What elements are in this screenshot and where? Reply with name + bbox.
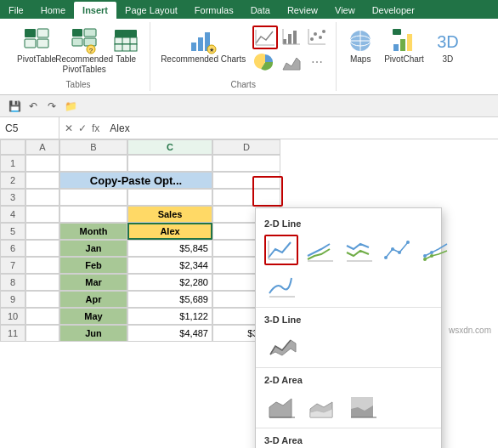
formula-icons: ✕ ✓ fx (59, 122, 105, 134)
tab-file[interactable]: File (0, 2, 32, 19)
svg-text:⋯: ⋯ (311, 55, 323, 69)
scatter-chart-button[interactable] (305, 26, 329, 49)
cell-b4[interactable] (59, 206, 127, 223)
cell-a10[interactable] (25, 308, 59, 325)
svg-rect-26 (293, 31, 297, 44)
cell-a1[interactable] (25, 155, 59, 172)
save-button[interactable]: 💾 (7, 99, 22, 114)
cell-c1[interactable] (127, 155, 212, 172)
cell-a5[interactable] (25, 223, 59, 240)
cell-reference[interactable]: C5 (0, 117, 59, 139)
cell-c11[interactable]: $4,487 (127, 325, 212, 342)
line-markers-stacked-chart-item[interactable] (421, 235, 455, 265)
redo-button[interactable]: ↷ (44, 99, 59, 114)
undo-button[interactable]: ↶ (25, 99, 41, 114)
tab-home[interactable]: Home (32, 2, 74, 19)
line-stacked-chart-item[interactable] (303, 235, 337, 265)
folder-button[interactable]: 📁 (63, 99, 78, 114)
line-3d-chart-item[interactable] (264, 331, 300, 361)
svg-point-53 (406, 241, 410, 244)
3d-map-button[interactable]: 3D 3D (431, 26, 465, 66)
line-simple-chart-item[interactable] (264, 235, 298, 265)
tab-developer[interactable]: Developer (364, 2, 423, 19)
tab-page-layout[interactable]: Page Layout (116, 2, 186, 19)
cell-a2[interactable] (25, 172, 59, 189)
col-header-c[interactable]: C (127, 139, 212, 155)
cell-c8[interactable]: $2,280 (127, 274, 212, 291)
maps-button[interactable]: Maps (343, 26, 377, 66)
divider-1 (256, 307, 441, 308)
cell-c4[interactable]: Sales (127, 206, 212, 223)
line-markers-chart-item[interactable] (382, 235, 416, 265)
svg-point-55 (430, 251, 433, 254)
svg-point-30 (314, 32, 317, 36)
cell-a6[interactable] (25, 240, 59, 257)
cell-b9[interactable]: Apr (59, 291, 127, 308)
chart-button-highlight (252, 176, 283, 207)
svg-rect-5 (84, 29, 96, 37)
tab-view[interactable]: View (326, 2, 364, 19)
table-icon (112, 27, 139, 54)
area-stacked-chart-item[interactable] (305, 391, 341, 422)
tables-items: PivotTable ? Recommended P (14, 22, 143, 80)
cancel-formula-icon[interactable]: ✕ (63, 122, 75, 134)
pivotchart-icon (391, 27, 418, 54)
row-header-5: 5 (0, 223, 25, 240)
maps-label: Maps (350, 54, 371, 65)
col-header-d[interactable]: D (212, 139, 280, 155)
pivotchart-button[interactable]: PivotChart (381, 26, 427, 66)
cell-b2[interactable]: Copy-Paste Opt... (59, 172, 212, 189)
row-header-4: 4 (0, 206, 25, 223)
insert-function-icon[interactable]: fx (90, 122, 101, 134)
pivottable-button[interactable]: PivotTable (14, 26, 59, 66)
row-header-11: 11 (0, 325, 25, 342)
cell-a7[interactable] (25, 257, 59, 274)
cell-a11[interactable] (25, 325, 59, 342)
col-header-a[interactable]: A (25, 139, 59, 155)
cell-b6[interactable]: Jan (59, 240, 127, 257)
cell-c7[interactable]: $2,344 (127, 257, 212, 274)
divider-3 (256, 428, 441, 428)
cell-c10[interactable]: $1,122 (127, 308, 212, 325)
tab-insert[interactable]: Insert (74, 2, 116, 19)
cell-b11[interactable]: Jun (59, 325, 127, 342)
line-100-chart-item[interactable] (342, 235, 376, 265)
svg-rect-42 (400, 39, 405, 51)
tab-review[interactable]: Review (279, 2, 326, 19)
tab-formulas[interactable]: Formulas (186, 2, 242, 19)
pie-chart-button[interactable] (252, 51, 278, 73)
bar-chart-button[interactable] (280, 26, 303, 49)
svg-rect-17 (191, 43, 196, 51)
cell-b1[interactable] (59, 155, 127, 172)
recommended-charts-button[interactable]: ★ Recommended Charts (157, 26, 249, 66)
table-button[interactable]: Table (109, 26, 143, 66)
cell-b3[interactable] (59, 189, 127, 206)
cell-c9[interactable]: $5,689 (127, 291, 212, 308)
tables-group-label: Tables (66, 80, 91, 91)
cell-d1[interactable] (212, 155, 280, 172)
cell-b5[interactable]: Month (59, 223, 127, 240)
line-chart-button[interactable] (252, 26, 278, 49)
cell-c3[interactable] (127, 189, 212, 206)
area-100-chart-item[interactable] (346, 391, 382, 422)
svg-point-51 (391, 247, 394, 251)
recommended-pivottables-button[interactable]: ? Recommended PivotTables (63, 26, 105, 77)
cell-b7[interactable]: Feb (59, 257, 127, 274)
cell-b8[interactable]: Mar (59, 274, 127, 291)
col-header-b[interactable]: B (59, 139, 127, 155)
tab-data[interactable]: Data (242, 2, 279, 19)
more-charts-button[interactable]: ⋯ (305, 51, 329, 73)
confirm-formula-icon[interactable]: ✓ (76, 122, 88, 134)
2d-line-charts-row (256, 232, 441, 268)
cell-c6[interactable]: $5,845 (127, 240, 212, 257)
area-simple-chart-item[interactable] (264, 391, 300, 422)
cell-b10[interactable]: May (59, 308, 127, 325)
line-smooth-chart-item[interactable] (264, 270, 300, 301)
cell-a4[interactable] (25, 206, 59, 223)
cell-a8[interactable] (25, 274, 59, 291)
cell-a3[interactable] (25, 189, 59, 206)
cell-a9[interactable] (25, 291, 59, 308)
area-chart-button[interactable] (280, 51, 303, 73)
cell-c5[interactable]: Alex (127, 223, 212, 240)
ribbon-group-maps: Maps PivotChart (337, 22, 472, 91)
